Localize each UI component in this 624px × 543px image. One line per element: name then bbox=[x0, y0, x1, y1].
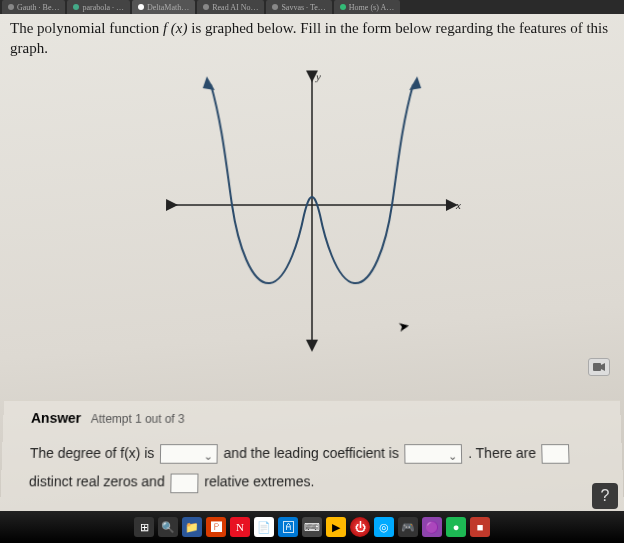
question-text: The polynomial function f (x) is graphed… bbox=[0, 14, 624, 65]
taskbar-icon[interactable]: 🅿 bbox=[206, 517, 226, 537]
taskbar-icon[interactable]: ▶ bbox=[326, 517, 346, 537]
tab-icon bbox=[138, 4, 144, 10]
question-fx: f (x) bbox=[163, 20, 188, 36]
tab-label: Gauth · Be… bbox=[17, 3, 59, 12]
text-leading: and the leading coefficient is bbox=[224, 445, 403, 461]
taskbar-icon[interactable]: 📁 bbox=[182, 517, 202, 537]
polynomial-graph: x y bbox=[151, 66, 474, 355]
taskbar-icon[interactable]: 🄰 bbox=[278, 517, 298, 537]
taskbar-icon[interactable]: ⌨ bbox=[302, 517, 322, 537]
x-axis-label: x bbox=[455, 198, 461, 210]
question-pre: The polynomial function bbox=[10, 20, 163, 36]
answer-label: Answer bbox=[31, 410, 81, 426]
taskbar-icon[interactable]: ■ bbox=[470, 517, 490, 537]
curve-arrow-left bbox=[203, 76, 215, 90]
curve-arrow-right bbox=[409, 76, 421, 90]
tab-icon bbox=[73, 4, 79, 10]
tab-icon bbox=[8, 4, 14, 10]
graph-area: x y bbox=[0, 66, 624, 355]
browser-tab-strip: Gauth · Be… parabola · … DeltaMath… Read… bbox=[0, 0, 624, 14]
taskbar-icon[interactable]: 🔍 bbox=[158, 517, 178, 537]
tab-home[interactable]: Home (s) A… bbox=[334, 0, 400, 14]
text-zeros: distinct real zeros and bbox=[29, 474, 169, 490]
tab-label: Savvas · Te… bbox=[281, 3, 325, 12]
text-thereare: . There are bbox=[468, 445, 540, 461]
video-icon bbox=[593, 362, 605, 372]
answer-sentence: The degree of f(x) is and the leading co… bbox=[28, 440, 595, 498]
degree-select[interactable] bbox=[160, 445, 218, 465]
tab-label: DeltaMath… bbox=[147, 3, 189, 12]
tab-readai[interactable]: Read AI No… bbox=[197, 0, 264, 14]
taskbar-icon[interactable]: ⏻ bbox=[350, 517, 370, 537]
y-axis-label: y bbox=[315, 70, 321, 82]
taskbar-icon[interactable]: ⊞ bbox=[134, 517, 154, 537]
windows-taskbar: ⊞ 🔍 📁 🅿 N 📄 🄰 ⌨ ▶ ⏻ ◎ 🎮 🟣 ● ■ bbox=[0, 511, 624, 543]
tab-gauth[interactable]: Gauth · Be… bbox=[2, 0, 65, 14]
tab-icon bbox=[272, 4, 278, 10]
taskbar-icon[interactable]: ● bbox=[446, 517, 466, 537]
text-degree: The degree of f(x) is bbox=[30, 445, 159, 461]
zeros-input[interactable] bbox=[542, 445, 570, 465]
help-button[interactable]: ? bbox=[592, 483, 618, 509]
taskbar-icon[interactable]: ◎ bbox=[374, 517, 394, 537]
attempt-counter: Attempt 1 out of 3 bbox=[91, 412, 185, 426]
tab-icon bbox=[203, 4, 209, 10]
svg-rect-0 bbox=[593, 363, 601, 371]
tab-savvas[interactable]: Savvas · Te… bbox=[266, 0, 331, 14]
help-icon: ? bbox=[601, 487, 610, 505]
tab-parabola[interactable]: parabola · … bbox=[67, 0, 130, 14]
taskbar-icon[interactable]: N bbox=[230, 517, 250, 537]
tab-icon bbox=[340, 4, 346, 10]
tab-label: Read AI No… bbox=[212, 3, 258, 12]
answer-header: Answer Attempt 1 out of 3 bbox=[31, 410, 593, 426]
leading-coef-select[interactable] bbox=[405, 445, 463, 465]
taskbar-icon[interactable]: 🎮 bbox=[398, 517, 418, 537]
tab-label: parabola · … bbox=[82, 3, 124, 12]
taskbar-icon[interactable]: 📄 bbox=[254, 517, 274, 537]
extremes-input[interactable] bbox=[170, 473, 198, 493]
tab-label: Home (s) A… bbox=[349, 3, 394, 12]
text-extremes: relative extremes. bbox=[204, 474, 314, 490]
tab-deltamath[interactable]: DeltaMath… bbox=[132, 0, 195, 14]
answer-panel: Answer Attempt 1 out of 3 The degree of … bbox=[0, 400, 624, 511]
taskbar-icon[interactable]: 🟣 bbox=[422, 517, 442, 537]
video-help-button[interactable] bbox=[588, 358, 610, 376]
